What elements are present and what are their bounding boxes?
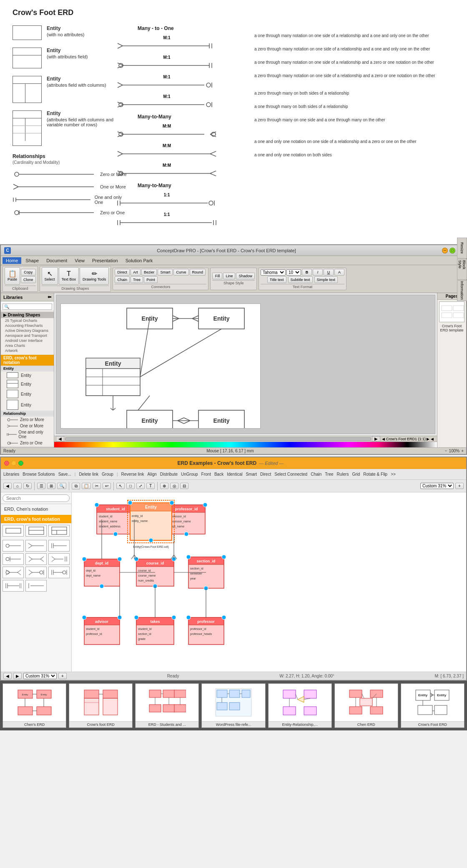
underline-button[interactable]: U bbox=[324, 269, 334, 276]
clone-button[interactable]: Clone bbox=[21, 276, 36, 283]
tb-reverse-link[interactable]: Reverse link bbox=[121, 472, 144, 477]
font-size-select[interactable]: 10 bbox=[286, 269, 301, 276]
maximize-button[interactable]: □ bbox=[449, 248, 455, 253]
shape-rel-4[interactable] bbox=[3, 553, 24, 565]
status-next[interactable]: ▶ bbox=[13, 673, 22, 679]
shape-rel-3[interactable] bbox=[48, 540, 70, 552]
title-text-button[interactable]: Title text bbox=[267, 276, 286, 283]
menu-presentation[interactable]: Presentation bbox=[89, 257, 121, 264]
sidebar-entity-4[interactable]: Entity bbox=[1, 399, 54, 411]
chen-section-title[interactable]: ERD, Chen's notation bbox=[1, 505, 71, 513]
shape-conn-6[interactable] bbox=[3, 580, 24, 592]
shape-rel-1[interactable] bbox=[3, 540, 24, 552]
tb-rulers[interactable]: Rulers bbox=[337, 472, 349, 477]
close-dot[interactable] bbox=[4, 461, 9, 466]
shape-conn-7[interactable] bbox=[25, 580, 47, 592]
aerospace[interactable]: Aerospace and Transport bbox=[1, 333, 54, 338]
art-button[interactable]: Art bbox=[131, 269, 141, 276]
tb2-list[interactable]: ☰ bbox=[37, 483, 45, 489]
simple-text-button[interactable]: Simple text bbox=[314, 276, 338, 283]
tb2-magnify[interactable]: ⊕ bbox=[160, 483, 168, 489]
zoom-plus[interactable]: + bbox=[461, 449, 464, 453]
zoom-minus[interactable]: − bbox=[445, 449, 447, 453]
tb-select-connected[interactable]: Select Connected bbox=[274, 472, 307, 477]
menu-shape[interactable]: Shape bbox=[22, 257, 42, 264]
tb-smart[interactable]: Smart bbox=[246, 472, 257, 477]
area-charts[interactable]: Area Charts bbox=[1, 343, 54, 348]
thumb-crows-foot[interactable]: Crow's foot ERD bbox=[69, 683, 133, 728]
thumb-chen-erd[interactable]: Chen ERD bbox=[334, 683, 398, 728]
tb2-zoom-reset[interactable]: ◎ bbox=[170, 483, 178, 489]
shape-rel-2[interactable] bbox=[25, 540, 47, 552]
tab-block-style[interactable]: Block Style bbox=[457, 259, 467, 280]
tb-direct[interactable]: Direct bbox=[260, 472, 271, 477]
tb-group[interactable]: Group bbox=[102, 472, 113, 477]
smart-button[interactable]: Smart bbox=[158, 269, 173, 276]
copy-button[interactable]: Copy bbox=[21, 269, 36, 276]
tb-ungroup[interactable]: UnGroup bbox=[181, 472, 198, 477]
round-button[interactable]: Round bbox=[190, 269, 206, 276]
shape-entity-header[interactable] bbox=[25, 525, 47, 537]
tb-distribute[interactable]: Distribute bbox=[160, 472, 178, 477]
tb-front[interactable]: Front bbox=[201, 472, 211, 477]
select-button[interactable]: ↖ Select bbox=[42, 267, 58, 285]
tb2-refresh[interactable]: ↻ bbox=[23, 483, 32, 489]
shape-conn-2[interactable] bbox=[48, 553, 70, 565]
menu-view[interactable]: View bbox=[71, 257, 88, 264]
chain-button[interactable]: Chain bbox=[115, 276, 130, 283]
tb2-zoom-plus-icon[interactable]: + bbox=[455, 483, 464, 489]
tb2-paste-obj[interactable]: 📋 bbox=[82, 483, 91, 489]
zoom-select[interactable]: Custom 31% bbox=[420, 483, 454, 489]
font-color-button[interactable]: A bbox=[334, 269, 344, 276]
minimize-dot[interactable] bbox=[11, 461, 16, 466]
point-button[interactable]: Point bbox=[144, 276, 158, 283]
subtitle-text-button[interactable]: Subtitle text bbox=[288, 276, 313, 283]
sidebar-zero-or-more[interactable]: Zero or More bbox=[1, 416, 54, 423]
tb-libraries[interactable]: Libraries bbox=[3, 472, 19, 477]
thumb-students-erd[interactable]: ERD - Students and ... bbox=[135, 683, 199, 728]
erd-section-title[interactable]: ERD, crow's foot notation bbox=[1, 355, 54, 366]
sidebar-entity-3[interactable]: Entity bbox=[1, 389, 54, 399]
tb2-arrow[interactable]: ↖ bbox=[116, 483, 125, 489]
tb2-connect[interactable]: ⤢ bbox=[136, 483, 145, 489]
erd-ex-canvas[interactable]: student_id student_id student_name stude… bbox=[72, 492, 466, 672]
menu-solutionpark[interactable]: Solution Park bbox=[122, 257, 156, 264]
minimize-button[interactable]: ─ bbox=[442, 248, 448, 253]
color-palette[interactable] bbox=[54, 442, 437, 447]
canvas-wrapper[interactable]: Entity Entity Entity bbox=[56, 295, 435, 434]
fill-button[interactable]: Fill bbox=[212, 273, 222, 279]
curve-button[interactable]: Curve bbox=[173, 269, 188, 276]
textbox-button[interactable]: T Text Box bbox=[59, 267, 79, 285]
shape-conn-5[interactable] bbox=[48, 567, 70, 578]
active-directory[interactable]: Active Directory Diagrams bbox=[1, 328, 54, 333]
erd-search-input[interactable] bbox=[3, 494, 70, 502]
line-button[interactable]: Line bbox=[223, 273, 235, 279]
tab-information[interactable]: Information bbox=[457, 280, 467, 301]
sidebar-one-only[interactable]: One and only One bbox=[1, 429, 54, 440]
tb-rotate-flip[interactable]: Rotate & Flip bbox=[363, 472, 387, 477]
typical-orcharts[interactable]: 25 Typical Orcharts bbox=[1, 318, 54, 323]
sidebar-entity-1[interactable]: Entity bbox=[1, 371, 54, 379]
tb-grid[interactable]: Grid bbox=[352, 472, 360, 477]
tb2-copy-obj[interactable]: ⧉ bbox=[72, 483, 80, 489]
page-thumbnail-1[interactable] bbox=[439, 301, 464, 322]
tab-resize[interactable]: Resize bbox=[457, 238, 467, 258]
status-nav[interactable]: + bbox=[58, 673, 67, 679]
shape-entity-simple[interactable] bbox=[3, 525, 24, 537]
android-ui[interactable]: Android User Interface bbox=[1, 338, 54, 343]
sidebar-entity-2[interactable]: Entity bbox=[1, 379, 54, 389]
scroll-left-btn[interactable]: ◀ bbox=[56, 436, 64, 442]
tb-save[interactable]: Save... bbox=[58, 472, 71, 477]
accounting-flowcharts[interactable]: Accounting Flowcharts bbox=[1, 323, 54, 328]
tb-identical[interactable]: Identical bbox=[227, 472, 242, 477]
sidebar-zero-or-one[interactable]: Zero or One bbox=[1, 440, 54, 446]
maximize-dot[interactable] bbox=[18, 461, 23, 466]
scroll-right-btn[interactable]: ▶ bbox=[372, 436, 380, 442]
drawing-shapes-section-title[interactable]: ▶ Drawing Shapes bbox=[1, 312, 54, 318]
menu-document[interactable]: Document bbox=[43, 257, 70, 264]
shape-entity-cols[interactable] bbox=[48, 525, 70, 537]
artwork[interactable]: Artwork bbox=[1, 348, 54, 353]
shape-conn-1[interactable] bbox=[25, 553, 47, 565]
crows-foot-section-title[interactable]: ERD, crow's foot notation bbox=[1, 515, 71, 523]
tb2-text[interactable]: T bbox=[146, 483, 155, 489]
